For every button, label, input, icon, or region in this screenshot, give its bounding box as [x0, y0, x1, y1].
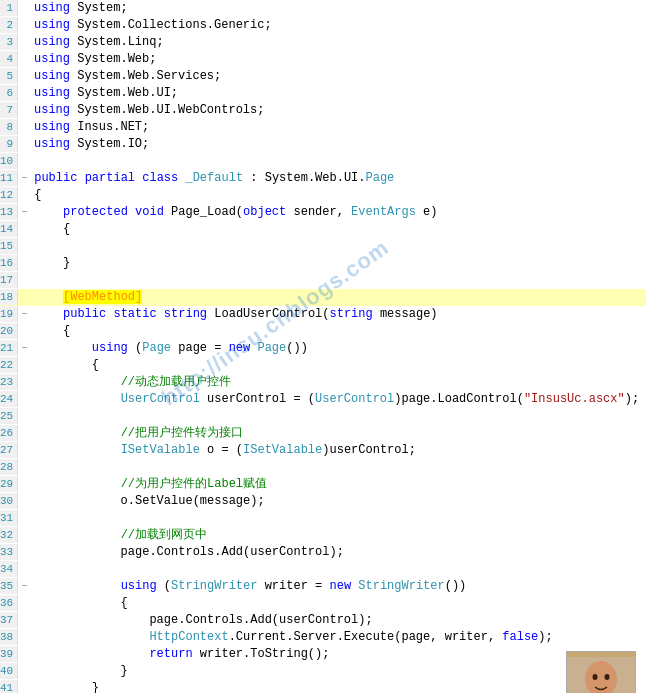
- table-row: 24 UserControl userControl = (UserContro…: [0, 391, 646, 408]
- fold-marker[interactable]: [18, 528, 30, 544]
- fold-marker[interactable]: [18, 613, 30, 629]
- table-row: 5 using System.Web.Services;: [0, 68, 646, 85]
- fold-marker[interactable]: [18, 562, 30, 578]
- fold-marker[interactable]: [18, 392, 30, 408]
- fold-marker[interactable]: [18, 511, 30, 527]
- fold-marker[interactable]: [18, 86, 30, 102]
- table-row: 33 page.Controls.Add(userControl);: [0, 544, 646, 561]
- line-number: 4: [0, 51, 18, 67]
- line-content: {: [30, 221, 646, 237]
- cls-token: UserControl: [315, 392, 394, 406]
- plain-token: [34, 630, 149, 644]
- line-content: [30, 459, 646, 475]
- kw-token: protected: [63, 205, 128, 219]
- line-content: }: [30, 663, 646, 679]
- kw-token: new: [329, 579, 351, 593]
- line-number: 24: [0, 391, 18, 407]
- plain-token: (: [157, 579, 171, 593]
- line-number: 27: [0, 442, 18, 458]
- fold-marker[interactable]: [18, 664, 30, 680]
- fold-marker[interactable]: [18, 443, 30, 459]
- fold-marker[interactable]: [18, 681, 30, 693]
- fold-marker[interactable]: [18, 426, 30, 442]
- fold-marker[interactable]: [18, 545, 30, 561]
- plain-token: (: [128, 341, 142, 355]
- line-number: 23: [0, 374, 18, 390]
- plain-token: [34, 443, 120, 457]
- table-row: 30 o.SetValue(message);: [0, 493, 646, 510]
- line-content: o.SetValue(message);: [30, 493, 646, 509]
- fold-marker[interactable]: [18, 647, 30, 663]
- fold-marker[interactable]: −: [18, 171, 30, 187]
- fold-marker[interactable]: [18, 120, 30, 136]
- plain-token: [34, 477, 120, 491]
- kw-token: string: [164, 307, 207, 321]
- fold-marker[interactable]: [18, 239, 30, 255]
- str-token: "InsusUc.ascx": [524, 392, 625, 406]
- table-row: 25: [0, 408, 646, 425]
- table-row: 38 HttpContext.Current.Server.Execute(pa…: [0, 629, 646, 646]
- plain-token: System.Web.UI.WebControls;: [70, 103, 264, 117]
- table-row: 15: [0, 238, 646, 255]
- fold-marker[interactable]: [18, 1, 30, 17]
- fold-marker[interactable]: [18, 375, 30, 391]
- fold-marker[interactable]: [18, 35, 30, 51]
- plain-token: [34, 290, 63, 304]
- kw-token: partial: [85, 171, 135, 185]
- plain-token: System.Web;: [70, 52, 156, 66]
- plain-token: [34, 647, 149, 661]
- plain-token: [77, 171, 84, 185]
- fold-marker[interactable]: −: [18, 579, 30, 595]
- table-row: 37 page.Controls.Add(userControl);: [0, 612, 646, 629]
- line-number: 13: [0, 204, 18, 220]
- fold-marker[interactable]: [18, 256, 30, 272]
- plain-token: page =: [171, 341, 229, 355]
- fold-marker[interactable]: −: [18, 205, 30, 221]
- fold-marker[interactable]: [18, 494, 30, 510]
- fold-marker[interactable]: [18, 596, 30, 612]
- line-content: [30, 561, 646, 577]
- fold-marker[interactable]: [18, 188, 30, 204]
- kw-token: false: [502, 630, 538, 644]
- fold-marker[interactable]: [18, 273, 30, 289]
- line-number: 33: [0, 544, 18, 560]
- fold-marker[interactable]: [18, 409, 30, 425]
- fold-marker[interactable]: [18, 52, 30, 68]
- fold-marker[interactable]: [18, 358, 30, 374]
- fold-marker[interactable]: [18, 222, 30, 238]
- line-content: protected void Page_Load(object sender, …: [30, 204, 646, 220]
- kw-token: using: [34, 86, 70, 100]
- line-number: 1: [0, 0, 18, 16]
- fold-marker[interactable]: [18, 460, 30, 476]
- cls-token: HttpContext: [149, 630, 228, 644]
- table-row: 18 [WebMethod]: [0, 289, 646, 306]
- fold-marker[interactable]: [18, 69, 30, 85]
- kw-token: using: [34, 52, 70, 66]
- line-content: [30, 272, 646, 288]
- line-number: 21: [0, 340, 18, 356]
- plain-token: }: [34, 681, 99, 693]
- fold-marker[interactable]: [18, 137, 30, 153]
- plain-token: );: [625, 392, 639, 406]
- line-number: 31: [0, 510, 18, 526]
- fold-marker[interactable]: [18, 630, 30, 646]
- fold-marker[interactable]: [18, 324, 30, 340]
- fold-marker[interactable]: [18, 477, 30, 493]
- kw-token: using: [34, 137, 70, 151]
- svg-point-2: [593, 674, 598, 680]
- kw-token: using: [34, 1, 70, 15]
- table-row: 4 using System.Web;: [0, 51, 646, 68]
- line-number: 5: [0, 68, 18, 84]
- plain-token: [34, 307, 63, 321]
- fold-marker[interactable]: [18, 18, 30, 34]
- fold-marker[interactable]: [18, 103, 30, 119]
- plain-token: [34, 375, 120, 389]
- kw-token: static: [113, 307, 156, 321]
- fold-marker[interactable]: −: [18, 307, 30, 323]
- fold-marker[interactable]: −: [18, 341, 30, 357]
- cls-token: UserControl: [121, 392, 200, 406]
- line-content: HttpContext.Current.Server.Execute(page,…: [30, 629, 646, 645]
- fold-marker[interactable]: [18, 290, 30, 306]
- fold-marker[interactable]: [18, 154, 30, 170]
- kw-token: new: [229, 341, 251, 355]
